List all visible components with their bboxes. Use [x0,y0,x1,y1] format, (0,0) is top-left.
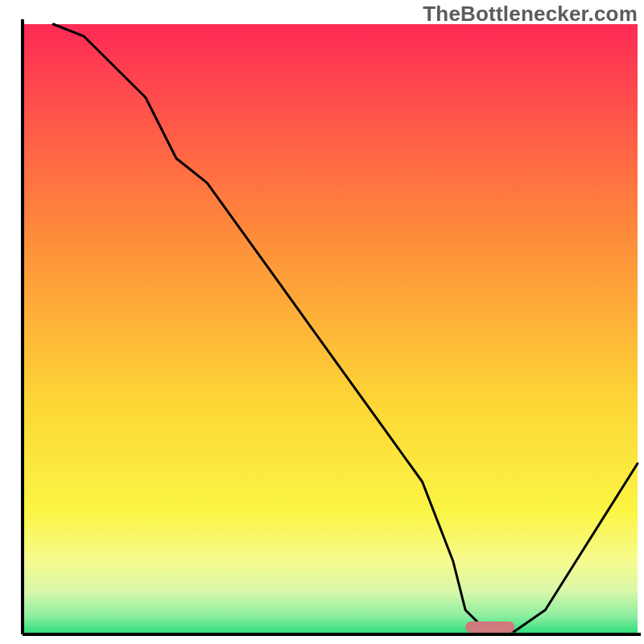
chart-stage: TheBottlenecker.com [0,0,644,644]
optimum-marker [465,621,514,633]
bottleneck-chart [0,0,644,644]
gradient-background [23,24,638,634]
